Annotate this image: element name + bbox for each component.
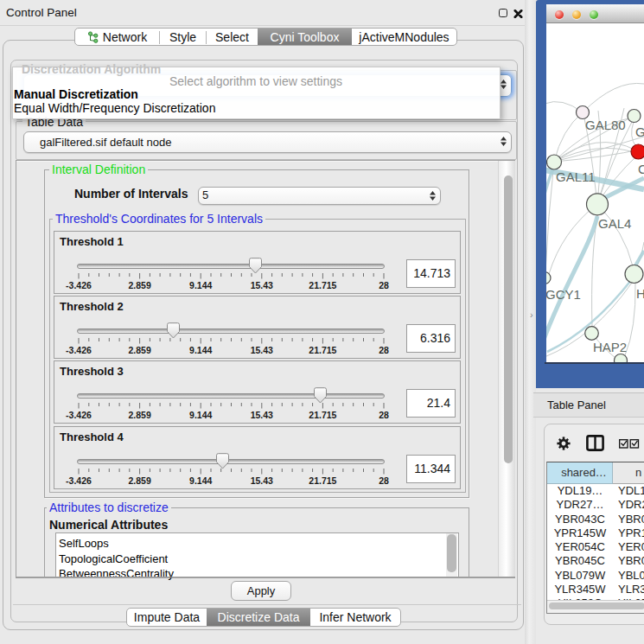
svg-text:HAP2: HAP2 — [593, 340, 627, 354]
svg-text:GA: GA — [635, 124, 644, 139]
svg-text:H: H — [636, 286, 644, 301]
svg-text:GCY1: GCY1 — [546, 287, 581, 302]
svg-text:GAL4: GAL4 — [598, 216, 631, 231]
svg-text:GAL11: GAL11 — [556, 169, 596, 184]
svg-text:GAL80: GAL80 — [585, 118, 626, 132]
svg-text:C: C — [638, 162, 644, 176]
